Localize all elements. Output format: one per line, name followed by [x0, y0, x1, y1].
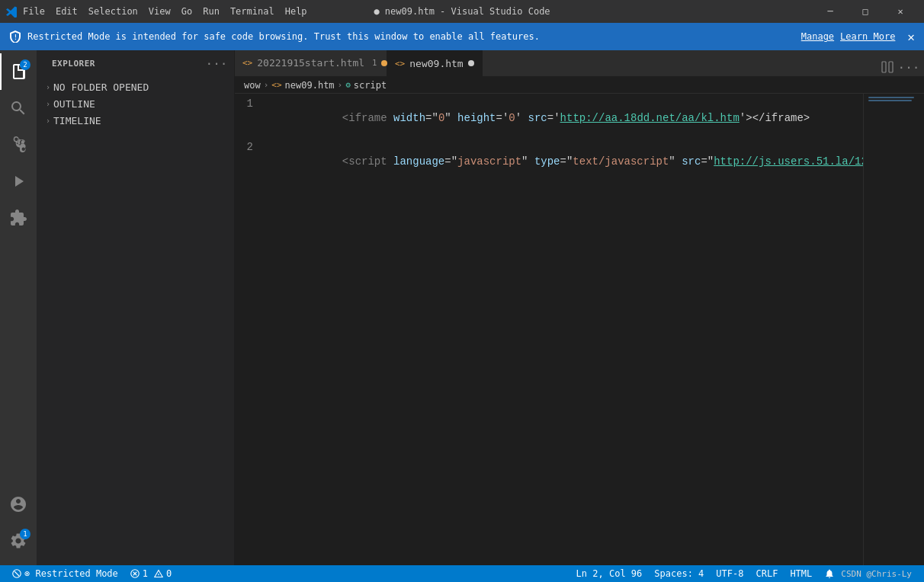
- line-number-1: 1: [235, 97, 265, 111]
- svg-rect-2: [889, 62, 893, 72]
- menu-edit[interactable]: Edit: [56, 6, 78, 17]
- activity-item-explorer[interactable]: 2: [0, 53, 37, 90]
- code-editor[interactable]: 1 <iframe width="0" height='0' src='http…: [235, 94, 863, 565]
- split-editor-icon: [881, 61, 894, 73]
- activity-item-source-control[interactable]: [0, 126, 37, 163]
- status-spaces[interactable]: Spaces: 4: [648, 565, 710, 582]
- svg-line-4: [14, 571, 19, 576]
- chevron-right-icon-timeline: ›: [46, 117, 50, 125]
- menu-file[interactable]: File: [23, 6, 45, 17]
- position-label: Ln 2, Col 96: [576, 568, 643, 579]
- close-button[interactable]: ✕: [883, 0, 918, 23]
- encoding-label: UTF-8: [716, 568, 743, 579]
- activity-item-settings[interactable]: 1: [0, 523, 37, 559]
- tree-item-timeline[interactable]: › TIMELINE: [37, 112, 234, 129]
- line-number-2: 2: [235, 140, 265, 155]
- menu-help[interactable]: Help: [285, 6, 307, 17]
- manage-link[interactable]: Manage: [801, 31, 834, 42]
- banner-close-button[interactable]: ✕: [907, 30, 915, 44]
- menu-run[interactable]: Run: [203, 6, 220, 17]
- title-bar-right: ─ □ ✕: [813, 0, 918, 23]
- minimize-button[interactable]: ─: [813, 0, 848, 23]
- status-encoding[interactable]: UTF-8: [710, 565, 749, 582]
- status-language[interactable]: HTML: [784, 565, 818, 582]
- extensions-icon: [9, 209, 27, 227]
- account-icon: [9, 495, 27, 513]
- breadcrumb-wow-text: wow: [244, 80, 261, 91]
- activity-bottom: 1: [0, 486, 37, 565]
- html-file-icon-1: <>: [242, 58, 252, 68]
- explorer-badge: 2: [20, 59, 30, 70]
- status-restricted-mode[interactable]: ⊗ Restricted Mode: [6, 565, 124, 582]
- menu-go[interactable]: Go: [181, 6, 192, 17]
- warning-count: 0: [166, 568, 172, 579]
- breadcrumb-sep-2: ›: [338, 80, 343, 90]
- breadcrumb-file[interactable]: <> new09.htm: [271, 80, 334, 91]
- tabs-right-actions: ···: [872, 58, 924, 76]
- warning-icon: [154, 569, 163, 578]
- status-left: ⊗ Restricted Mode 1 0: [6, 565, 178, 582]
- title-bar: File Edit Selection View Go Run Terminal…: [0, 0, 924, 23]
- error-icon: [130, 569, 140, 578]
- breadcrumb-script-text: script: [354, 80, 387, 91]
- menu-view[interactable]: View: [149, 6, 171, 17]
- breadcrumb-script[interactable]: ⚙ script: [345, 80, 387, 91]
- html-file-icon-2: <>: [395, 59, 405, 69]
- status-errors[interactable]: 1 0: [124, 565, 178, 582]
- tab-unsaved-dot-2: [468, 60, 474, 66]
- code-line-1: 1 <iframe width="0" height='0' src='http…: [235, 97, 863, 140]
- activity-item-run[interactable]: [0, 163, 37, 200]
- language-label: HTML: [790, 568, 812, 579]
- status-bar: ⊗ Restricted Mode 1 0 Ln 2, Col 96 Space…: [0, 565, 924, 582]
- status-right: Ln 2, Col 96 Spaces: 4 UTF-8 CRLF HTML C…: [570, 565, 918, 582]
- activity-item-account[interactable]: [0, 486, 37, 523]
- menu-selection[interactable]: Selection: [88, 6, 138, 17]
- main-area: 2: [0, 50, 924, 565]
- vscode-logo-icon: [6, 5, 18, 18]
- menu-terminal[interactable]: Terminal: [230, 6, 274, 17]
- tree-section: › NO FOLDER OPENED › OUTLINE › TIMELINE: [37, 77, 234, 130]
- maximize-button[interactable]: □: [848, 0, 883, 23]
- title-bar-left: File Edit Selection View Go Run Terminal…: [6, 5, 307, 18]
- tab-20221915start[interactable]: <> 20221915start.html 1: [235, 50, 387, 76]
- breadcrumb-file-text: new09.htm: [285, 80, 335, 91]
- line-content-1: <iframe width="0" height='0' src='http:/…: [265, 97, 863, 140]
- code-line-2: 2 <script language="javascript" type="te…: [235, 140, 863, 184]
- no-folder-label: NO FOLDER OPENED: [53, 82, 149, 93]
- chevron-right-icon: ›: [46, 83, 50, 91]
- editor-area: <> 20221915start.html 1 <> new09.htm ···: [235, 50, 924, 565]
- search-icon: [9, 99, 27, 117]
- tab-modified-1: 1: [372, 59, 377, 67]
- tabs-bar: <> 20221915start.html 1 <> new09.htm ···: [235, 50, 924, 77]
- activity-item-extensions[interactable]: [0, 200, 37, 236]
- error-count: 1: [143, 568, 148, 579]
- sidebar: EXPLORER ··· › NO FOLDER OPENED › OUTLIN…: [37, 50, 235, 565]
- breadcrumb-script-icon: ⚙: [345, 80, 351, 90]
- line-ending-label: CRLF: [756, 568, 778, 579]
- tab-new09[interactable]: <> new09.htm: [387, 50, 483, 76]
- run-icon: [9, 172, 27, 190]
- window-title: ● new09.htm - Visual Studio Code: [374, 6, 550, 17]
- breadcrumb-wow[interactable]: wow: [244, 80, 261, 91]
- more-actions-button[interactable]: ···: [900, 58, 918, 76]
- line-content-2: <script language="javascript" type="text…: [265, 140, 863, 184]
- csdn-text: CSDN @Chris-Ly: [841, 569, 918, 579]
- bell-icon: [824, 568, 835, 579]
- sidebar-more-button[interactable]: ···: [208, 56, 225, 72]
- tree-item-no-folder[interactable]: › NO FOLDER OPENED: [37, 78, 234, 95]
- settings-badge: 1: [20, 529, 30, 539]
- breadcrumb-sep-1: ›: [264, 80, 269, 90]
- tree-item-outline[interactable]: › OUTLINE: [37, 95, 234, 112]
- sidebar-title: EXPLORER: [52, 59, 95, 69]
- learn-more-link[interactable]: Learn More: [840, 31, 895, 42]
- status-line-ending[interactable]: CRLF: [749, 565, 784, 582]
- split-editor-button[interactable]: [878, 58, 897, 76]
- chevron-right-icon-outline: ›: [46, 100, 50, 108]
- banner-text: Restricted Mode is intended for safe cod…: [27, 31, 795, 42]
- status-position[interactable]: Ln 2, Col 96: [570, 565, 649, 582]
- activity-item-search[interactable]: [0, 90, 37, 126]
- restricted-mode-banner: ! Restricted Mode is intended for safe c…: [0, 23, 924, 50]
- title-bar-menu: File Edit Selection View Go Run Terminal…: [23, 6, 307, 17]
- status-notifications[interactable]: [818, 565, 841, 582]
- sidebar-actions: ···: [208, 56, 225, 72]
